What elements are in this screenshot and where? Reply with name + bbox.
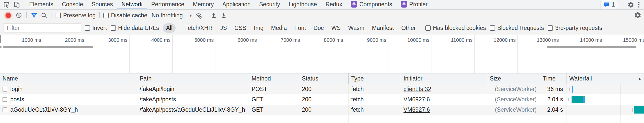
divider <box>623 2 623 8</box>
type-filter-fetch-xhr[interactable]: Fetch/XHR <box>181 23 216 33</box>
tab-react-components[interactable]: Components <box>346 0 396 9</box>
inspect-element-icon[interactable] <box>3 1 10 8</box>
divider <box>52 12 52 18</box>
column-header-initiator[interactable]: Initiator <box>401 73 487 84</box>
column-header-type[interactable]: Type <box>349 73 401 84</box>
column-header-name[interactable]: Name <box>0 73 137 84</box>
initiator-cell[interactable]: VM6927:6 <box>401 105 487 115</box>
throttling-dropdown[interactable]: No throttling ▼ <box>152 12 193 19</box>
network-toolbar: Preserve log Disable cache No throttling… <box>0 10 644 21</box>
initiator-cell[interactable]: client.ts:32 <box>401 84 487 94</box>
settings-gear-icon[interactable] <box>627 1 634 8</box>
type-filter-css[interactable]: CSS <box>231 23 250 33</box>
search-icon[interactable] <box>40 12 48 19</box>
time-cell: 2.04 s <box>540 94 567 105</box>
tab-sources[interactable]: Sources <box>87 0 117 9</box>
divider <box>99 12 100 18</box>
overview-left-handle[interactable] <box>0 35 1 43</box>
network-settings-gear-icon[interactable] <box>634 12 641 19</box>
status-cell: 200 <box>299 84 349 94</box>
column-header-method[interactable]: Method <box>249 73 299 84</box>
tab-security[interactable]: Security <box>255 0 284 9</box>
checkbox-box[interactable] <box>490 25 495 31</box>
type-filter-manifest[interactable]: Manifest <box>369 23 397 33</box>
tab-lighthouse[interactable]: Lighthouse <box>284 0 321 9</box>
timeline-tick: 8000 ms <box>302 35 345 73</box>
column-header-status[interactable]: Status <box>299 73 349 84</box>
clear-network-log-icon[interactable] <box>15 12 23 19</box>
checkbox-box[interactable] <box>548 25 553 31</box>
column-header-path[interactable]: Path <box>137 73 249 84</box>
name-cell[interactable]: login <box>0 84 137 94</box>
filter-input[interactable] <box>4 23 81 33</box>
hide-data-urls-checkbox[interactable]: Hide data URLs <box>111 25 159 31</box>
initiator-link[interactable]: VM6927:6 <box>404 96 430 103</box>
initiator-link[interactable]: VM6927:6 <box>404 106 430 113</box>
type-filter-font[interactable]: Font <box>291 23 309 33</box>
row-checkbox[interactable] <box>3 87 7 92</box>
initiator-cell[interactable]: VM6927:6 <box>401 94 487 105</box>
export-har-icon[interactable] <box>220 12 227 19</box>
waterfall-cell[interactable] <box>567 105 644 115</box>
request-row-posts[interactable]: posts /fakeApi/posts GET 200 fetch VM692… <box>0 94 644 105</box>
request-row-post-detail[interactable]: aGoduUeCLtJ1ixV-8GY_h /fakeApi/posts/aGo… <box>0 105 644 115</box>
type-filter-ws[interactable]: WS <box>328 23 344 33</box>
tab-redux[interactable]: Redux <box>321 0 346 9</box>
waterfall-cell[interactable] <box>567 84 644 94</box>
blocked-requests-checkbox[interactable]: Blocked Requests <box>490 25 544 31</box>
checkbox-box[interactable] <box>56 13 61 18</box>
tab-elements[interactable]: Elements <box>25 0 58 9</box>
type-filter-doc[interactable]: Doc <box>310 23 327 33</box>
record-network-log-button[interactable] <box>6 13 11 18</box>
issues-counter-button[interactable]: 1 <box>600 0 618 9</box>
name-cell[interactable]: posts <box>0 94 137 105</box>
checkbox-box[interactable] <box>111 25 116 31</box>
checkbox-box[interactable] <box>425 25 431 31</box>
disable-cache-checkbox[interactable]: Disable cache <box>103 12 147 19</box>
initiator-link[interactable]: client.ts:32 <box>404 86 431 93</box>
type-filter-other[interactable]: Other <box>398 23 419 33</box>
type-filter-js[interactable]: JS <box>217 23 230 33</box>
divider <box>178 25 178 31</box>
import-har-icon[interactable] <box>210 12 218 19</box>
path-cell[interactable]: /fakeApi/login <box>137 84 249 94</box>
type-filter-img[interactable]: Img <box>251 23 267 33</box>
tab-application[interactable]: Application <box>218 0 255 9</box>
column-header-time[interactable]: Time <box>540 73 567 84</box>
path-cell[interactable]: /fakeApi/posts <box>137 94 249 105</box>
filter-funnel-icon[interactable] <box>30 12 38 19</box>
type-filter-all[interactable]: All <box>163 23 176 33</box>
requests-table-body: login /fakeApi/login POST 200 fetch clie… <box>0 84 644 123</box>
network-overview-timeline[interactable]: 1000 ms 2000 ms 3000 ms 4000 ms 5000 ms … <box>0 35 644 73</box>
type-filter-wasm[interactable]: Wasm <box>345 23 368 33</box>
waterfall-gridline <box>594 84 594 123</box>
more-options-kebab-icon[interactable] <box>637 1 640 9</box>
react-icon <box>401 1 407 8</box>
tab-memory[interactable]: Memory <box>189 0 218 9</box>
row-checkbox[interactable] <box>3 107 7 112</box>
waterfall-cell[interactable] <box>567 94 644 105</box>
column-header-waterfall[interactable]: Waterfall ▲ <box>567 73 644 84</box>
name-cell[interactable]: aGoduUeCLtJ1ixV-8GY_h <box>0 105 137 115</box>
path-cell[interactable]: /fakeApi/posts/aGoduUeCLtJ1ixV-8GY_h <box>137 105 249 115</box>
request-row-login[interactable]: login /fakeApi/login POST 200 fetch clie… <box>0 84 644 94</box>
table-filler-row <box>0 115 644 123</box>
network-conditions-icon[interactable] <box>195 12 202 19</box>
preserve-log-checkbox[interactable]: Preserve log <box>56 12 96 19</box>
third-party-requests-checkbox[interactable]: 3rd-party requests <box>548 25 602 31</box>
row-checkbox[interactable] <box>3 97 7 102</box>
tab-network[interactable]: Network <box>117 0 147 9</box>
waterfall-waiting-bar <box>634 106 644 113</box>
checkbox-box[interactable] <box>103 13 109 18</box>
column-header-size[interactable]: Size <box>487 73 540 84</box>
timeline-tick: 12000 ms <box>475 35 518 73</box>
tab-react-profiler[interactable]: Profiler <box>396 0 432 9</box>
has-blocked-cookies-checkbox[interactable]: Has blocked cookies <box>425 25 486 31</box>
device-toolbar-icon[interactable] <box>13 1 20 8</box>
tab-performance[interactable]: Performance <box>147 0 189 9</box>
checkbox-box[interactable] <box>85 25 90 31</box>
invert-checkbox[interactable]: Invert <box>85 25 107 31</box>
issues-count: 1 <box>612 1 615 8</box>
type-filter-media[interactable]: Media <box>268 23 290 33</box>
tab-console[interactable]: Console <box>58 0 87 9</box>
